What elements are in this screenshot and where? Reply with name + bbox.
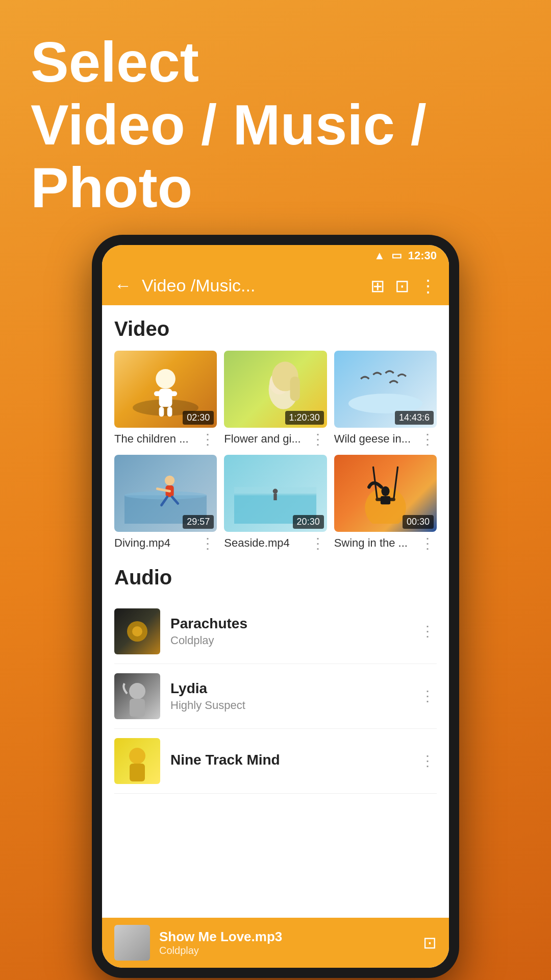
content-area: Video: [102, 305, 449, 918]
svg-point-11: [348, 394, 422, 413]
now-playing-info: Show Me Love.mp3 Coldplay: [159, 929, 414, 957]
hero-section: Select Video / Music / Photo: [0, 0, 551, 235]
video-more-children[interactable]: ⋮: [198, 431, 217, 448]
video-label-seaside: Seaside.mp4: [224, 536, 308, 550]
now-playing-cast-icon[interactable]: ⊡: [423, 933, 437, 952]
audio-artist-lydia: Highly Suspect: [170, 699, 408, 712]
svg-point-1: [156, 369, 176, 389]
audio-item-lydia[interactable]: Lydia Highly Suspect ⋮: [114, 664, 437, 729]
video-label-row-seaside: Seaside.mp4 ⋮: [224, 535, 327, 552]
video-section: Video: [114, 317, 437, 552]
audio-more-lydia[interactable]: ⋮: [418, 688, 437, 704]
more-options-button[interactable]: ⋮: [419, 276, 437, 296]
audio-thumb-lydia: [114, 673, 160, 719]
hero-title-line1: Select: [31, 31, 520, 93]
svg-point-33: [129, 748, 145, 764]
audio-title-lydia: Lydia: [170, 680, 408, 697]
video-item-flower[interactable]: 1:20:30 Flower and gi... ⋮: [224, 351, 327, 448]
svg-point-31: [129, 683, 145, 699]
battery-icon: ▭: [391, 249, 402, 262]
svg-point-21: [273, 488, 278, 494]
video-more-geese[interactable]: ⋮: [418, 431, 437, 448]
audio-info-parachutes: Parachutes Coldplay: [170, 616, 408, 647]
video-label-row-swing: Swing in the ... ⋮: [334, 535, 437, 552]
video-label-flower: Flower and gi...: [224, 432, 308, 446]
video-duration-diving: 29:57: [183, 515, 214, 529]
video-label-geese: Wild geese in...: [334, 432, 418, 446]
svg-rect-10: [290, 376, 300, 401]
audio-thumb-parachutes: [114, 608, 160, 654]
video-duration-geese: 14:43:6: [395, 411, 434, 425]
audio-more-parachutes[interactable]: ⋮: [418, 623, 437, 640]
video-duration-swing: 00:30: [403, 515, 434, 529]
app-bar: ← Video /Music... ⊞ ⊡ ⋮: [102, 266, 449, 305]
video-thumb-swing[interactable]: 00:30: [334, 455, 437, 532]
now-playing-artist: Coldplay: [159, 945, 414, 957]
cast-button[interactable]: ⊡: [395, 276, 409, 296]
svg-point-30: [132, 626, 142, 636]
audio-info-nine: Nine Track Mind: [170, 752, 408, 770]
video-label-row-children: The children ... ⋮: [114, 431, 217, 448]
audio-item-parachutes[interactable]: Parachutes Coldplay ⋮: [114, 599, 437, 664]
back-button[interactable]: ←: [114, 276, 132, 296]
audio-section: Audio Parachutes Coldplay: [114, 566, 437, 794]
svg-rect-4: [167, 391, 177, 396]
video-thumb-seaside[interactable]: 20:30: [224, 455, 327, 532]
video-duration-seaside: 20:30: [293, 515, 324, 529]
video-duration-children: 02:30: [183, 411, 214, 425]
now-playing-bar[interactable]: Show Me Love.mp3 Coldplay ⊡: [102, 918, 449, 968]
video-more-seaside[interactable]: ⋮: [309, 535, 327, 552]
video-item-diving[interactable]: 29:57 Diving.mp4 ⋮: [114, 455, 217, 552]
svg-rect-22: [274, 494, 277, 500]
status-bar: ▲ ▭ 12:30: [102, 245, 449, 266]
audio-thumb-nine: [114, 738, 160, 784]
video-item-swing[interactable]: 00:30 Swing in the ... ⋮: [334, 455, 437, 552]
video-more-swing[interactable]: ⋮: [418, 535, 437, 552]
video-label-children: The children ...: [114, 432, 198, 446]
video-item-geese[interactable]: 14:43:6 Wild geese in... ⋮: [334, 351, 437, 448]
video-label-swing: Swing in the ...: [334, 536, 418, 550]
video-more-flower[interactable]: ⋮: [309, 431, 327, 448]
video-item-seaside[interactable]: 20:30 Seaside.mp4 ⋮: [224, 455, 327, 552]
grid-view-button[interactable]: ⊞: [370, 276, 385, 296]
svg-rect-5: [159, 407, 164, 416]
audio-section-title: Audio: [114, 566, 437, 589]
svg-rect-28: [381, 496, 390, 504]
phone-frame: ▲ ▭ 12:30 ← Video /Music... ⊞ ⊡ ⋮ Video: [92, 235, 459, 978]
video-thumb-children[interactable]: 02:30: [114, 351, 217, 428]
audio-artist-parachutes: Coldplay: [170, 634, 408, 647]
svg-rect-32: [130, 699, 145, 717]
svg-rect-34: [130, 764, 145, 781]
video-more-diving[interactable]: ⋮: [198, 535, 217, 552]
video-label-diving: Diving.mp4: [114, 536, 198, 550]
now-playing-title: Show Me Love.mp3: [159, 929, 414, 945]
phone-screen: ▲ ▭ 12:30 ← Video /Music... ⊞ ⊡ ⋮ Video: [102, 245, 449, 968]
signal-icon: ▲: [374, 249, 385, 262]
audio-more-nine[interactable]: ⋮: [418, 752, 437, 769]
video-thumb-diving[interactable]: 29:57: [114, 455, 217, 532]
app-bar-title: Video /Music...: [142, 276, 360, 296]
hero-title-line2: Video / Music / Photo: [31, 93, 520, 219]
svg-point-14: [165, 475, 174, 485]
video-label-row-geese: Wild geese in... ⋮: [334, 431, 437, 448]
video-label-row-diving: Diving.mp4 ⋮: [114, 535, 217, 552]
audio-title-parachutes: Parachutes: [170, 616, 408, 632]
svg-rect-3: [154, 391, 164, 396]
video-thumb-flower[interactable]: 1:20:30: [224, 351, 327, 428]
video-duration-flower: 1:20:30: [285, 411, 324, 425]
video-label-row-flower: Flower and gi... ⋮: [224, 431, 327, 448]
now-playing-thumb: [114, 925, 150, 961]
video-grid: 02:30 The children ... ⋮: [114, 351, 437, 552]
audio-info-lydia: Lydia Highly Suspect: [170, 680, 408, 712]
video-section-title: Video: [114, 317, 437, 340]
video-thumb-geese[interactable]: 14:43:6: [334, 351, 437, 428]
audio-item-nine[interactable]: Nine Track Mind ⋮: [114, 729, 437, 794]
time-display: 12:30: [408, 249, 437, 262]
svg-rect-6: [167, 407, 172, 416]
video-item-children[interactable]: 02:30 The children ... ⋮: [114, 351, 217, 448]
audio-title-nine: Nine Track Mind: [170, 752, 408, 768]
